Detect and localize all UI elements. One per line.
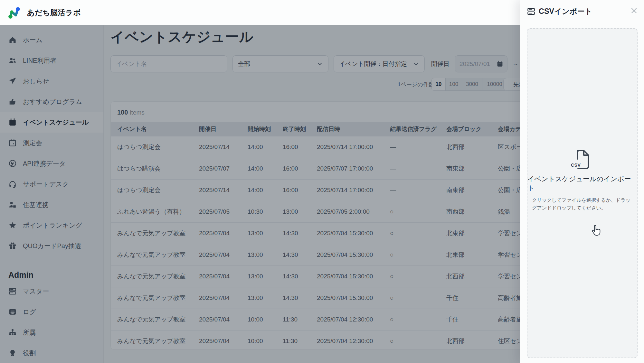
csv-file-icon: CSV — [573, 149, 592, 170]
csv-dropzone[interactable]: CSV イベントスケジュールのインポート クリックしてファイルを選択するか、ドラ… — [527, 28, 638, 358]
cursor-pointer-icon — [591, 225, 601, 237]
app-title: あだち脳活ラボ — [27, 8, 81, 18]
drawer-title: CSVインポート — [539, 6, 592, 16]
app-root: あだち脳活ラボ ホームLINE利用者おしらせおすすめプログラムイベントスケジュー… — [0, 0, 644, 363]
close-icon[interactable] — [629, 6, 639, 15]
dropzone-description: クリックしてファイルを選択するか、ドラッグアンドドロップしてください。 — [532, 196, 632, 211]
brand-logo-icon — [7, 5, 22, 20]
csv-import-icon — [527, 7, 535, 16]
csv-file-type-label: CSV — [570, 163, 581, 168]
dropzone-title: イベントスケジュールのインポート — [527, 174, 637, 192]
drawer-header: CSVインポート — [527, 6, 592, 16]
csv-import-drawer: CSVインポート CSV イベントスケジュールのインポート クリックしてファイル… — [520, 0, 644, 363]
